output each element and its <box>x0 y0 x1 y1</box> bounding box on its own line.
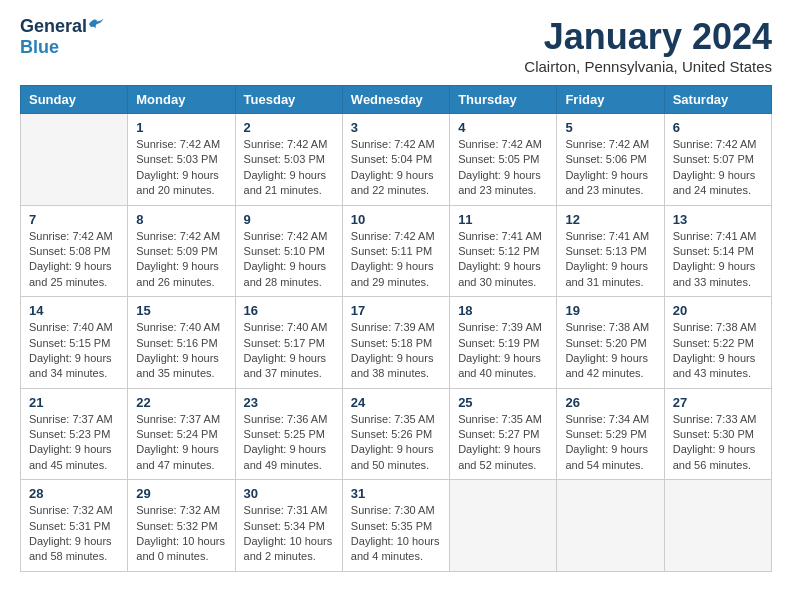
cell-info: Sunrise: 7:35 AMSunset: 5:27 PMDaylight:… <box>458 412 548 474</box>
day-number: 18 <box>458 303 548 318</box>
location-subtitle: Clairton, Pennsylvania, United States <box>524 58 772 75</box>
cell-info: Sunrise: 7:36 AMSunset: 5:25 PMDaylight:… <box>244 412 334 474</box>
calendar-cell: 10Sunrise: 7:42 AMSunset: 5:11 PMDayligh… <box>342 205 449 297</box>
bird-icon <box>87 16 105 32</box>
calendar-cell <box>450 480 557 572</box>
cell-info: Sunrise: 7:41 AMSunset: 5:12 PMDaylight:… <box>458 229 548 291</box>
calendar-header-row: SundayMondayTuesdayWednesdayThursdayFrid… <box>21 86 772 114</box>
calendar-cell <box>21 114 128 206</box>
cell-info: Sunrise: 7:35 AMSunset: 5:26 PMDaylight:… <box>351 412 441 474</box>
cell-info: Sunrise: 7:42 AMSunset: 5:03 PMDaylight:… <box>136 137 226 199</box>
day-number: 20 <box>673 303 763 318</box>
calendar-cell: 5Sunrise: 7:42 AMSunset: 5:06 PMDaylight… <box>557 114 664 206</box>
day-number: 7 <box>29 212 119 227</box>
header: General Blue January 2024 Clairton, Penn… <box>20 16 772 75</box>
day-number: 27 <box>673 395 763 410</box>
day-number: 9 <box>244 212 334 227</box>
calendar-cell: 1Sunrise: 7:42 AMSunset: 5:03 PMDaylight… <box>128 114 235 206</box>
day-number: 3 <box>351 120 441 135</box>
day-number: 8 <box>136 212 226 227</box>
logo-general-text: General <box>20 16 87 36</box>
day-number: 1 <box>136 120 226 135</box>
cell-info: Sunrise: 7:39 AMSunset: 5:19 PMDaylight:… <box>458 320 548 382</box>
cell-info: Sunrise: 7:39 AMSunset: 5:18 PMDaylight:… <box>351 320 441 382</box>
cell-info: Sunrise: 7:40 AMSunset: 5:15 PMDaylight:… <box>29 320 119 382</box>
calendar-cell: 22Sunrise: 7:37 AMSunset: 5:24 PMDayligh… <box>128 388 235 480</box>
calendar-cell: 16Sunrise: 7:40 AMSunset: 5:17 PMDayligh… <box>235 297 342 389</box>
cell-info: Sunrise: 7:33 AMSunset: 5:30 PMDaylight:… <box>673 412 763 474</box>
calendar-week-row: 28Sunrise: 7:32 AMSunset: 5:31 PMDayligh… <box>21 480 772 572</box>
calendar-week-row: 1Sunrise: 7:42 AMSunset: 5:03 PMDaylight… <box>21 114 772 206</box>
cell-info: Sunrise: 7:38 AMSunset: 5:22 PMDaylight:… <box>673 320 763 382</box>
calendar-cell: 31Sunrise: 7:30 AMSunset: 5:35 PMDayligh… <box>342 480 449 572</box>
calendar-week-row: 7Sunrise: 7:42 AMSunset: 5:08 PMDaylight… <box>21 205 772 297</box>
calendar-cell: 7Sunrise: 7:42 AMSunset: 5:08 PMDaylight… <box>21 205 128 297</box>
day-number: 22 <box>136 395 226 410</box>
calendar-cell: 23Sunrise: 7:36 AMSunset: 5:25 PMDayligh… <box>235 388 342 480</box>
calendar-cell: 25Sunrise: 7:35 AMSunset: 5:27 PMDayligh… <box>450 388 557 480</box>
col-header-sunday: Sunday <box>21 86 128 114</box>
calendar-cell: 2Sunrise: 7:42 AMSunset: 5:03 PMDaylight… <box>235 114 342 206</box>
day-number: 6 <box>673 120 763 135</box>
day-number: 17 <box>351 303 441 318</box>
col-header-saturday: Saturday <box>664 86 771 114</box>
calendar-cell: 14Sunrise: 7:40 AMSunset: 5:15 PMDayligh… <box>21 297 128 389</box>
cell-info: Sunrise: 7:42 AMSunset: 5:06 PMDaylight:… <box>565 137 655 199</box>
col-header-friday: Friday <box>557 86 664 114</box>
day-number: 30 <box>244 486 334 501</box>
calendar-cell: 17Sunrise: 7:39 AMSunset: 5:18 PMDayligh… <box>342 297 449 389</box>
day-number: 12 <box>565 212 655 227</box>
calendar-table: SundayMondayTuesdayWednesdayThursdayFrid… <box>20 85 772 572</box>
calendar-cell: 28Sunrise: 7:32 AMSunset: 5:31 PMDayligh… <box>21 480 128 572</box>
cell-info: Sunrise: 7:40 AMSunset: 5:16 PMDaylight:… <box>136 320 226 382</box>
cell-info: Sunrise: 7:42 AMSunset: 5:05 PMDaylight:… <box>458 137 548 199</box>
title-block: January 2024 Clairton, Pennsylvania, Uni… <box>524 16 772 75</box>
day-number: 14 <box>29 303 119 318</box>
calendar-cell: 11Sunrise: 7:41 AMSunset: 5:12 PMDayligh… <box>450 205 557 297</box>
cell-info: Sunrise: 7:32 AMSunset: 5:32 PMDaylight:… <box>136 503 226 565</box>
day-number: 4 <box>458 120 548 135</box>
calendar-cell: 20Sunrise: 7:38 AMSunset: 5:22 PMDayligh… <box>664 297 771 389</box>
calendar-cell: 13Sunrise: 7:41 AMSunset: 5:14 PMDayligh… <box>664 205 771 297</box>
cell-info: Sunrise: 7:42 AMSunset: 5:03 PMDaylight:… <box>244 137 334 199</box>
cell-info: Sunrise: 7:40 AMSunset: 5:17 PMDaylight:… <box>244 320 334 382</box>
col-header-wednesday: Wednesday <box>342 86 449 114</box>
calendar-cell: 12Sunrise: 7:41 AMSunset: 5:13 PMDayligh… <box>557 205 664 297</box>
day-number: 10 <box>351 212 441 227</box>
day-number: 28 <box>29 486 119 501</box>
day-number: 21 <box>29 395 119 410</box>
day-number: 5 <box>565 120 655 135</box>
logo: General Blue <box>20 16 105 58</box>
day-number: 15 <box>136 303 226 318</box>
calendar-cell: 26Sunrise: 7:34 AMSunset: 5:29 PMDayligh… <box>557 388 664 480</box>
calendar-cell: 9Sunrise: 7:42 AMSunset: 5:10 PMDaylight… <box>235 205 342 297</box>
col-header-thursday: Thursday <box>450 86 557 114</box>
calendar-cell: 27Sunrise: 7:33 AMSunset: 5:30 PMDayligh… <box>664 388 771 480</box>
cell-info: Sunrise: 7:37 AMSunset: 5:23 PMDaylight:… <box>29 412 119 474</box>
cell-info: Sunrise: 7:41 AMSunset: 5:14 PMDaylight:… <box>673 229 763 291</box>
cell-info: Sunrise: 7:42 AMSunset: 5:09 PMDaylight:… <box>136 229 226 291</box>
cell-info: Sunrise: 7:37 AMSunset: 5:24 PMDaylight:… <box>136 412 226 474</box>
calendar-cell: 8Sunrise: 7:42 AMSunset: 5:09 PMDaylight… <box>128 205 235 297</box>
day-number: 13 <box>673 212 763 227</box>
calendar-cell: 29Sunrise: 7:32 AMSunset: 5:32 PMDayligh… <box>128 480 235 572</box>
calendar-cell <box>557 480 664 572</box>
day-number: 19 <box>565 303 655 318</box>
day-number: 11 <box>458 212 548 227</box>
calendar-cell: 6Sunrise: 7:42 AMSunset: 5:07 PMDaylight… <box>664 114 771 206</box>
day-number: 16 <box>244 303 334 318</box>
day-number: 23 <box>244 395 334 410</box>
cell-info: Sunrise: 7:38 AMSunset: 5:20 PMDaylight:… <box>565 320 655 382</box>
calendar-cell: 15Sunrise: 7:40 AMSunset: 5:16 PMDayligh… <box>128 297 235 389</box>
col-header-tuesday: Tuesday <box>235 86 342 114</box>
calendar-cell: 19Sunrise: 7:38 AMSunset: 5:20 PMDayligh… <box>557 297 664 389</box>
month-title: January 2024 <box>524 16 772 58</box>
day-number: 2 <box>244 120 334 135</box>
cell-info: Sunrise: 7:31 AMSunset: 5:34 PMDaylight:… <box>244 503 334 565</box>
calendar-week-row: 21Sunrise: 7:37 AMSunset: 5:23 PMDayligh… <box>21 388 772 480</box>
calendar-cell: 21Sunrise: 7:37 AMSunset: 5:23 PMDayligh… <box>21 388 128 480</box>
cell-info: Sunrise: 7:42 AMSunset: 5:04 PMDaylight:… <box>351 137 441 199</box>
calendar-week-row: 14Sunrise: 7:40 AMSunset: 5:15 PMDayligh… <box>21 297 772 389</box>
cell-info: Sunrise: 7:42 AMSunset: 5:08 PMDaylight:… <box>29 229 119 291</box>
day-number: 25 <box>458 395 548 410</box>
